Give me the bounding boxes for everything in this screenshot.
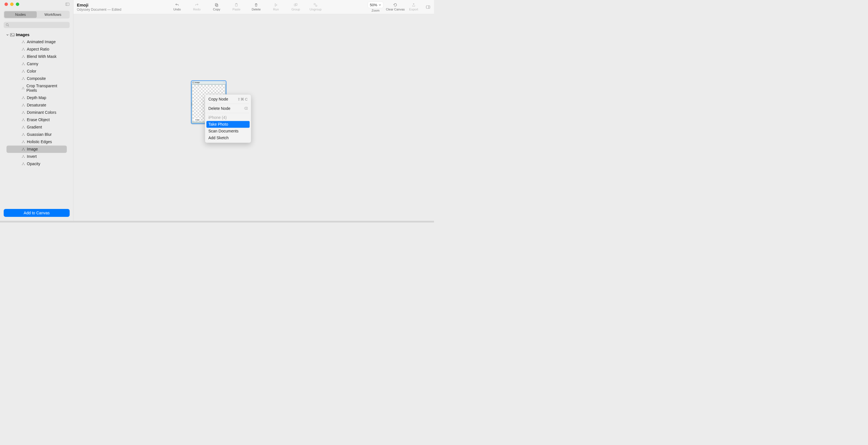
undo-button[interactable]: Undo bbox=[167, 3, 187, 11]
svg-point-40 bbox=[22, 128, 23, 129]
tree-item-gaussian-blur[interactable]: Guassian Blur bbox=[6, 131, 67, 138]
svg-point-12 bbox=[23, 55, 24, 56]
tree-item-label: Aspect Ratio bbox=[27, 47, 49, 52]
ctx-delete-node[interactable]: Delete Node bbox=[205, 105, 251, 112]
ctx-separator bbox=[207, 104, 249, 104]
run-label: Run bbox=[273, 8, 279, 11]
tree-item-color[interactable]: Color bbox=[6, 68, 67, 75]
undo-icon bbox=[175, 3, 179, 7]
tree-item-crop-transparent-pixels[interactable]: Crop Transparent Pixels bbox=[6, 82, 67, 94]
node-header[interactable]: Image bbox=[192, 81, 226, 84]
svg-point-31 bbox=[22, 106, 23, 106]
svg-point-17 bbox=[24, 65, 25, 65]
zoom-dropdown[interactable]: 50% bbox=[368, 2, 383, 8]
clear-canvas-label: Clear Canvas bbox=[386, 8, 405, 11]
svg-point-33 bbox=[23, 111, 24, 112]
svg-point-29 bbox=[24, 99, 25, 99]
close-window-button[interactable] bbox=[4, 3, 8, 6]
tree-item-opacity[interactable]: Opacity bbox=[6, 160, 67, 168]
clear-canvas-button[interactable]: Clear Canvas bbox=[385, 3, 405, 11]
svg-point-25 bbox=[22, 89, 22, 89]
svg-point-53 bbox=[24, 157, 25, 158]
tree-item-label: Canny bbox=[27, 62, 38, 66]
copy-label: Copy bbox=[213, 8, 220, 11]
node-menu-button[interactable] bbox=[223, 81, 225, 83]
play-icon bbox=[274, 3, 278, 7]
svg-point-10 bbox=[22, 50, 23, 50]
svg-point-24 bbox=[23, 87, 24, 88]
delete-button[interactable]: Delete bbox=[246, 3, 266, 11]
tree-item-dominant-colors[interactable]: Dominant Colors bbox=[6, 109, 67, 116]
node-icon bbox=[22, 155, 25, 159]
svg-point-7 bbox=[22, 43, 23, 43]
ungroup-icon bbox=[314, 3, 318, 7]
tree-item-label: Depth Map bbox=[27, 96, 46, 100]
tree-item-composite[interactable]: Composite bbox=[6, 75, 67, 82]
node-icon bbox=[22, 96, 25, 100]
tree-item-invert[interactable]: Invert bbox=[6, 153, 67, 160]
tree-item-depth-map[interactable]: Depth Map bbox=[6, 94, 67, 102]
svg-rect-64 bbox=[316, 5, 317, 6]
tree-item-label: Composite bbox=[27, 76, 46, 81]
copy-button[interactable]: Copy bbox=[207, 3, 227, 11]
chevron-down-icon bbox=[223, 82, 225, 83]
tab-workflows[interactable]: Workflows bbox=[37, 11, 69, 18]
ctx-add-sketch[interactable]: Add Sketch bbox=[205, 135, 251, 141]
svg-point-9 bbox=[23, 48, 24, 48]
svg-rect-58 bbox=[215, 3, 217, 6]
ungroup-button[interactable]: Ungroup bbox=[306, 3, 326, 11]
tree-item-label: Holistic Edges bbox=[27, 140, 52, 144]
svg-point-42 bbox=[23, 133, 24, 134]
undo-label: Undo bbox=[174, 8, 181, 11]
toggle-left-sidebar-button[interactable] bbox=[65, 2, 70, 6]
paste-icon bbox=[235, 3, 239, 7]
sidebar: Nodes Workflows Images Animated Image As… bbox=[0, 0, 73, 221]
document-title: Emoji bbox=[77, 3, 121, 7]
svg-point-32 bbox=[24, 106, 25, 106]
svg-point-43 bbox=[22, 135, 23, 136]
paste-button[interactable]: Paste bbox=[227, 3, 246, 11]
ctx-scan-documents[interactable]: Scan Documents bbox=[205, 128, 251, 135]
ctx-take-photo[interactable]: Take Photo bbox=[207, 121, 250, 128]
node-icon bbox=[22, 133, 25, 136]
search-input[interactable] bbox=[4, 22, 70, 28]
group-button[interactable]: Group bbox=[286, 3, 306, 11]
node-icon bbox=[22, 87, 25, 90]
tree-item-desaturate[interactable]: Desaturate bbox=[6, 102, 67, 109]
tree-item-blend-with-mask[interactable]: Blend With Mask bbox=[6, 53, 67, 61]
node-title: Image bbox=[195, 81, 200, 83]
svg-rect-65 bbox=[426, 6, 430, 8]
tree-item-canny[interactable]: Canny bbox=[6, 61, 67, 68]
svg-point-38 bbox=[24, 121, 25, 121]
tree-item-aspect-ratio[interactable]: Aspect Ratio bbox=[6, 46, 67, 53]
tree-group-images[interactable]: Images bbox=[0, 32, 73, 38]
toggle-right-sidebar-button[interactable] bbox=[426, 5, 431, 9]
minimize-window-button[interactable] bbox=[10, 3, 13, 6]
svg-line-3 bbox=[8, 25, 9, 26]
tree-item-holistic-edges[interactable]: Holistic Edges bbox=[6, 138, 67, 146]
tree-item-erase-object[interactable]: Erase Object bbox=[6, 116, 67, 124]
svg-point-45 bbox=[23, 141, 24, 141]
svg-point-22 bbox=[22, 79, 23, 80]
svg-point-54 bbox=[23, 163, 24, 163]
sidebar-tabs: Nodes Workflows bbox=[4, 11, 70, 19]
run-button[interactable]: Run bbox=[266, 3, 286, 11]
backspace-icon bbox=[244, 106, 248, 111]
trash-icon bbox=[254, 3, 258, 7]
canvas[interactable]: Image image Copy Node ⇧⌘ C bbox=[73, 14, 434, 221]
tree-item-animated-image[interactable]: Animated Image bbox=[6, 38, 67, 46]
tree-item-label: Gradient bbox=[27, 125, 42, 130]
export-button[interactable]: Export bbox=[405, 3, 422, 11]
tree-item-image[interactable]: Image bbox=[6, 146, 67, 153]
redo-button[interactable]: Redo bbox=[187, 3, 207, 11]
ctx-copy-node[interactable]: Copy Node ⇧⌘ C bbox=[205, 96, 251, 103]
svg-point-49 bbox=[22, 150, 23, 150]
fullscreen-window-button[interactable] bbox=[16, 3, 19, 6]
svg-point-56 bbox=[24, 165, 25, 165]
tree-item-gradient[interactable]: Gradient bbox=[6, 124, 67, 131]
svg-point-6 bbox=[23, 41, 24, 41]
add-to-canvas-button[interactable]: Add to Canvas bbox=[4, 209, 70, 217]
tab-nodes[interactable]: Nodes bbox=[4, 11, 37, 18]
node-icon bbox=[22, 147, 25, 151]
node-icon bbox=[22, 47, 25, 51]
